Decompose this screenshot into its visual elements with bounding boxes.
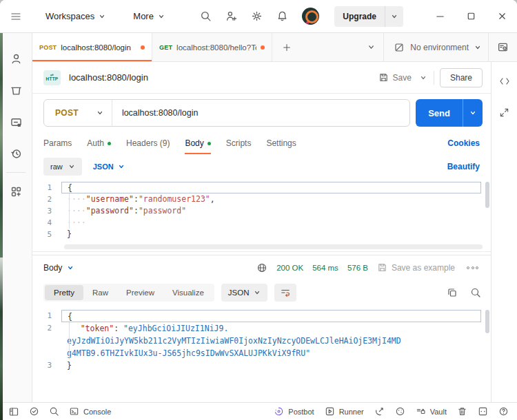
user-avatar[interactable]	[302, 8, 319, 25]
tab-visualize[interactable]: Visualize	[163, 285, 213, 300]
network-globe-icon[interactable]	[256, 262, 267, 273]
sidebar-new-blocks-icon[interactable]	[0, 176, 32, 207]
find-replace-icon[interactable]	[49, 406, 59, 417]
more-menu[interactable]: More	[129, 11, 165, 21]
horizontal-scrollbar[interactable]	[64, 244, 483, 249]
copy-icon[interactable]	[447, 287, 458, 298]
tab-preview[interactable]: Preview	[117, 285, 163, 300]
body-set-dot	[207, 142, 211, 145]
tab-auth[interactable]: Auth	[87, 132, 111, 154]
search-icon[interactable]	[200, 10, 212, 22]
search-response-icon[interactable]	[470, 287, 481, 298]
save-options-chevron-icon[interactable]	[418, 72, 428, 84]
close-window-icon[interactable]	[497, 11, 507, 21]
postman-window: Workspaces More	[0, 0, 517, 420]
tab-scripts[interactable]: Scripts	[226, 132, 252, 154]
tab-settings[interactable]: Settings	[266, 132, 296, 154]
sidebar-divider	[6, 172, 26, 173]
indent-guide	[69, 322, 70, 359]
vault-button[interactable]: Vault	[416, 406, 447, 417]
indent-guide	[69, 193, 70, 229]
environment-quick-look-icon[interactable]	[488, 33, 517, 61]
method-selector[interactable]: POST	[44, 100, 112, 126]
code-line: ····"password":"password"	[61, 205, 481, 217]
line-number	[32, 335, 61, 347]
code-line: ····	[61, 217, 481, 229]
tab-headers[interactable]: Headers (9)	[126, 132, 170, 154]
top-bar: Workspaces More	[0, 0, 517, 33]
line-number: 2	[32, 193, 61, 205]
body-type-selector[interactable]: raw	[43, 158, 82, 176]
line-number: 1	[32, 182, 61, 193]
method-label: POST	[55, 108, 79, 118]
new-tab-button[interactable]	[272, 33, 301, 61]
two-pane-layout-icon[interactable]	[478, 406, 488, 417]
more-options-icon[interactable]	[464, 264, 481, 272]
console-icon	[69, 406, 79, 417]
request-tab-hello[interactable]: GET localhost:8080/hello?To	[152, 33, 272, 61]
help-icon[interactable]	[498, 406, 509, 417]
chevron-down-icon	[254, 289, 261, 296]
sidebar-mock-servers-icon[interactable]	[0, 106, 32, 138]
code-line: {	[61, 310, 481, 322]
tab-title: localhost:8080/login	[61, 43, 136, 52]
chevron-down-icon	[158, 13, 165, 20]
share-button[interactable]: Share	[440, 68, 483, 87]
request-body-editor[interactable]: 1 { 2 ····"username":"randomuser123", 3 …	[32, 179, 491, 252]
capture-requests-icon[interactable]	[374, 406, 385, 417]
tab-params[interactable]: Params	[43, 132, 72, 154]
body-format-selector[interactable]: JSON	[93, 162, 125, 171]
trash-icon[interactable]	[457, 406, 467, 417]
environment-selector[interactable]: No environment	[383, 33, 488, 61]
hamburger-menu-icon[interactable]	[10, 10, 22, 23]
upgrade-button[interactable]: Upgrade	[334, 6, 385, 27]
vertical-scrollbar[interactable]	[485, 310, 489, 333]
sidebar-collections-icon[interactable]	[0, 74, 32, 106]
beautify-link[interactable]: Beautify	[447, 162, 480, 171]
workspaces-label: Workspaces	[45, 11, 94, 21]
status-check-icon[interactable]	[29, 406, 39, 417]
tab-raw[interactable]: Raw	[83, 285, 117, 300]
send-options-chevron-icon[interactable]	[463, 99, 483, 127]
invite-user-icon[interactable]	[225, 10, 237, 22]
unsaved-changes-dot	[261, 45, 265, 50]
notifications-bell-icon[interactable]	[276, 10, 288, 22]
save-as-example-button[interactable]: Save as example	[377, 262, 455, 273]
request-tab-login[interactable]: POST localhost:8080/login	[32, 33, 152, 61]
settings-gear-icon[interactable]	[251, 10, 263, 22]
environment-name: No environment	[410, 43, 469, 52]
sidebar-user-icon[interactable]	[0, 43, 32, 74]
send-button[interactable]: Send	[416, 99, 463, 127]
word-wrap-toggle[interactable]	[274, 284, 296, 302]
minimize-window-icon[interactable]	[435, 11, 445, 21]
tab-body[interactable]: Body	[185, 132, 210, 154]
runner-icon	[325, 406, 335, 417]
code-line: {	[61, 182, 481, 193]
sidebar-history-icon[interactable]	[0, 138, 32, 169]
console-button[interactable]: Console	[69, 406, 111, 417]
url-bar: POST	[43, 99, 410, 127]
maximize-window-icon[interactable]	[466, 11, 476, 21]
code-snippet-icon[interactable]	[499, 76, 510, 87]
chevron-down-icon	[118, 163, 125, 170]
expand-panes-icon[interactable]	[499, 107, 509, 118]
save-button[interactable]: Save	[377, 70, 413, 85]
response-body-selector[interactable]: Body	[43, 263, 74, 273]
tab-overflow-chevron-icon[interactable]	[359, 33, 383, 61]
workspaces-menu[interactable]: Workspaces	[41, 11, 105, 21]
cookies-icon[interactable]	[395, 406, 405, 417]
cookies-link[interactable]: Cookies	[447, 138, 480, 148]
url-input[interactable]	[112, 108, 409, 118]
upgrade-chevron-icon[interactable]	[385, 6, 403, 27]
runner-button[interactable]: Runner	[325, 406, 364, 417]
response-body-editor[interactable]: 1 { 2 "token": "eyJhbGciOiJIUzI1NiJ9. ey…	[32, 306, 491, 402]
toggle-sidebar-icon[interactable]	[8, 406, 19, 417]
postbot-button[interactable]: Postbot	[274, 406, 314, 417]
vault-icon	[416, 406, 426, 417]
status-code: 200 OK	[276, 264, 303, 272]
divider	[434, 71, 434, 85]
tab-pretty[interactable]: Pretty	[45, 285, 83, 300]
save-label: Save	[393, 73, 412, 83]
vertical-scrollbar[interactable]	[485, 182, 489, 208]
response-format-selector[interactable]: JSON	[221, 284, 268, 302]
